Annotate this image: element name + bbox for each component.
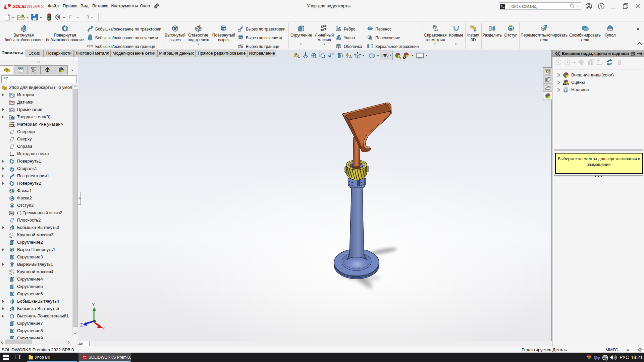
svg-text:2022: 2022 [83,358,87,360]
svg-text:WORKS: WORKS [26,4,44,9]
svg-text:?: ? [600,4,602,9]
svg-text:Z: Z [80,322,83,327]
svg-text:X: X [102,326,105,330]
svg-text:A: A [349,55,352,59]
svg-text:SOLID: SOLID [12,4,26,9]
svg-text:Y: Y [92,302,95,307]
